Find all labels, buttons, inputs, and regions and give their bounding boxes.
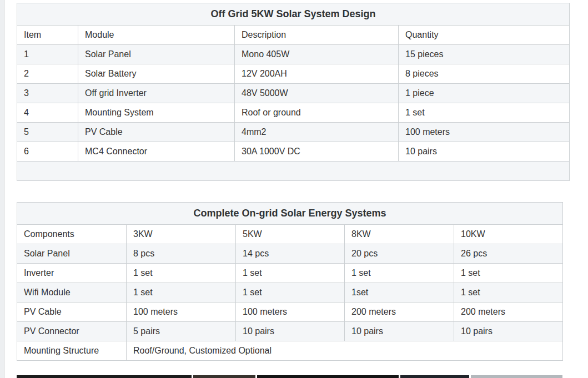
- cell-5kw: 14 pcs: [236, 244, 345, 264]
- table-row: Inverter 1 set 1 set 1 set 1 set: [17, 264, 563, 283]
- table-row: Wifi Module 1 set 1 set 1set 1 set: [17, 283, 563, 303]
- cell-10kw: 26 pcs: [454, 244, 563, 264]
- cell-quantity: 15 pieces: [399, 45, 570, 64]
- offgrid-table-title: Off Grid 5KW Solar System Design: [17, 3, 570, 26]
- column-header-description: Description: [235, 26, 399, 45]
- offgrid-title-row: Off Grid 5KW Solar System Design: [17, 3, 570, 26]
- cell-quantity: 100 meters: [399, 123, 570, 142]
- cell-8kw: 1set: [345, 283, 454, 303]
- partial-image-strip: [471, 375, 562, 378]
- cell-module: PV Cable: [78, 123, 235, 142]
- cell-module: Solar Battery: [78, 64, 235, 84]
- cell-3kw: 8 pcs: [127, 244, 236, 264]
- column-header-quantity: Quantity: [399, 26, 570, 45]
- column-header-10kw: 10KW: [454, 225, 563, 244]
- cell-quantity: 10 pairs: [399, 142, 570, 162]
- cell-10kw: 1 set: [454, 264, 563, 283]
- table-row: 5 PV Cable 4mm2 100 meters: [17, 123, 570, 142]
- cell-description: 30A 1000V DC: [235, 142, 399, 162]
- table-row: 3 Off grid Inverter 48V 5000W 1 piece: [17, 84, 570, 103]
- cell-3kw: 1 set: [127, 283, 236, 303]
- ongrid-title-row: Complete On-grid Solar Energy Systems: [17, 203, 563, 225]
- cell-item: 4: [17, 103, 78, 123]
- table-row: 6 MC4 Connector 30A 1000V DC 10 pairs: [17, 142, 570, 162]
- table-row: Solar Panel 8 pcs 14 pcs 20 pcs 26 pcs: [17, 244, 563, 264]
- table-row: PV Cable 100 meters 100 meters 200 meter…: [17, 303, 563, 322]
- ongrid-table-title: Complete On-grid Solar Energy Systems: [17, 203, 563, 225]
- cell-component: Inverter: [17, 264, 127, 283]
- cell-8kw: 20 pcs: [345, 244, 454, 264]
- cell-5kw: 1 set: [236, 283, 345, 303]
- cell-component: PV Cable: [17, 303, 127, 322]
- cell-quantity: 1 piece: [399, 84, 570, 103]
- table-row: 2 Solar Battery 12V 200AH 8 pieces: [17, 64, 570, 84]
- cell-10kw: 200 meters: [454, 303, 563, 322]
- cell-module: Solar Panel: [78, 45, 235, 64]
- cell-quantity: 8 pieces: [399, 64, 570, 84]
- cell-8kw: 200 meters: [345, 303, 454, 322]
- cell-description: Roof or ground: [235, 103, 399, 123]
- ongrid-table: Complete On-grid Solar Energy Systems Co…: [17, 202, 563, 361]
- cell-module: Off grid Inverter: [78, 84, 235, 103]
- cell-5kw: 10 pairs: [236, 322, 345, 341]
- cell-8kw: 1 set: [345, 264, 454, 283]
- cell-component: Wifi Module: [17, 283, 127, 303]
- column-header-module: Module: [78, 26, 235, 45]
- column-header-5kw: 5KW: [236, 225, 345, 244]
- cell-mounting-value: Roof/Ground, Customized Optional: [127, 341, 563, 361]
- cell-item: 3: [17, 84, 78, 103]
- ongrid-table-container: Complete On-grid Solar Energy Systems Co…: [17, 202, 562, 361]
- column-header-3kw: 3KW: [127, 225, 236, 244]
- partial-image-strip: [257, 375, 399, 378]
- cell-module: Mounting System: [78, 103, 235, 123]
- empty-spacer-cell: [17, 162, 570, 181]
- column-header-components: Components: [17, 225, 127, 244]
- cell-3kw: 5 pairs: [127, 322, 236, 341]
- partial-image-strip: [400, 375, 469, 378]
- cell-item: 6: [17, 142, 78, 162]
- cell-5kw: 1 set: [236, 264, 345, 283]
- offgrid-empty-row: [17, 162, 570, 181]
- offgrid-table-container: Off Grid 5KW Solar System Design Item Mo…: [17, 3, 569, 181]
- cell-item: 1: [17, 45, 78, 64]
- partial-image-strip: [193, 375, 255, 378]
- cell-quantity: 1 set: [399, 103, 570, 123]
- table-row: PV Connector 5 pairs 10 pairs 10 pairs 1…: [17, 322, 563, 341]
- cell-description: 48V 5000W: [235, 84, 399, 103]
- cell-component: PV Connector: [17, 322, 127, 341]
- cell-description: 12V 200AH: [235, 64, 399, 84]
- partial-image-strip: [17, 375, 192, 378]
- cell-3kw: 1 set: [127, 264, 236, 283]
- cell-description: Mono 405W: [235, 45, 399, 64]
- cell-5kw: 100 meters: [236, 303, 345, 322]
- cell-description: 4mm2: [235, 123, 399, 142]
- cell-item: 2: [17, 64, 78, 84]
- cell-component: Mounting Structure: [17, 341, 127, 361]
- cell-3kw: 100 meters: [127, 303, 236, 322]
- page-left-gutter: [0, 0, 4, 378]
- cell-item: 5: [17, 123, 78, 142]
- cell-10kw: 10 pairs: [454, 322, 563, 341]
- ongrid-header-row: Components 3KW 5KW 8KW 10KW: [17, 225, 563, 244]
- table-row: 1 Solar Panel Mono 405W 15 pieces: [17, 45, 570, 64]
- table-row: 4 Mounting System Roof or ground 1 set: [17, 103, 570, 123]
- mounting-structure-row: Mounting Structure Roof/Ground, Customiz…: [17, 341, 563, 361]
- column-header-item: Item: [17, 26, 78, 45]
- cell-component: Solar Panel: [17, 244, 127, 264]
- cell-10kw: 1 set: [454, 283, 563, 303]
- offgrid-table: Off Grid 5KW Solar System Design Item Mo…: [17, 3, 570, 181]
- cell-8kw: 10 pairs: [345, 322, 454, 341]
- offgrid-header-row: Item Module Description Quantity: [17, 26, 570, 45]
- cell-module: MC4 Connector: [78, 142, 235, 162]
- column-header-8kw: 8KW: [345, 225, 454, 244]
